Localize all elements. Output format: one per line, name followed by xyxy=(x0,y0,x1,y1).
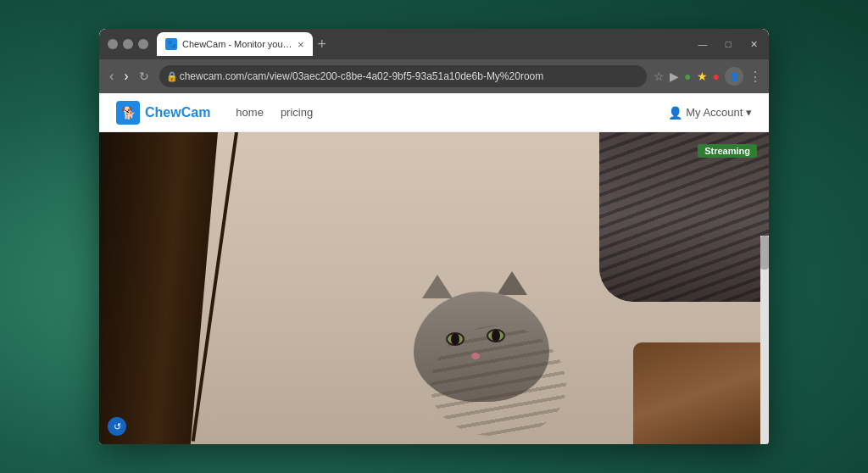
browser-window: 🐾 ChewCam - Monitor your p... × + — □ ✕ … xyxy=(99,29,769,444)
nav-home-link[interactable]: home xyxy=(236,106,264,119)
navigation-buttons: ‹ › ↻ xyxy=(106,67,153,86)
cat-eye-left xyxy=(446,332,465,346)
scrollbar-thumb[interactable] xyxy=(760,236,769,270)
wood-texture xyxy=(633,342,769,444)
title-bar: 🐾 ChewCam - Monitor your p... × + — □ ✕ xyxy=(99,29,769,59)
close-button[interactable] xyxy=(138,39,148,49)
browser-action-icons: ☆ ▶ ● ★ ● 👤 ⋮ xyxy=(654,67,762,86)
site-navigation: home pricing xyxy=(236,106,313,119)
win-maximize-icon[interactable]: □ xyxy=(721,39,735,50)
cat-body-upper xyxy=(599,132,769,302)
tab-favicon: 🐾 xyxy=(165,38,177,50)
nav-pricing-link[interactable]: pricing xyxy=(281,106,313,119)
extension-red-icon[interactable]: ● xyxy=(713,70,720,83)
tab-close-button[interactable]: × xyxy=(298,39,304,50)
active-tab[interactable]: 🐾 ChewCam - Monitor your p... × xyxy=(157,32,313,56)
cat-fur-stripes xyxy=(599,132,769,302)
bookmark-icon[interactable]: ☆ xyxy=(654,70,665,83)
back-button[interactable]: ‹ xyxy=(106,67,117,86)
win-minimize-icon[interactable]: — xyxy=(696,39,709,50)
logo-icon: 🐕 xyxy=(116,101,140,125)
tab-bar: 🐾 ChewCam - Monitor your p... × + xyxy=(157,29,696,59)
streaming-status-badge: Streaming xyxy=(698,144,757,158)
account-user-icon: 👤 xyxy=(668,106,682,120)
extension-star-icon[interactable]: ★ xyxy=(697,70,708,83)
cat-head xyxy=(414,292,549,402)
page-scrollbar[interactable] xyxy=(760,236,769,444)
tab-title: ChewCam - Monitor your p... xyxy=(182,39,292,49)
system-window-controls: — □ ✕ xyxy=(696,39,760,50)
url-input[interactable] xyxy=(159,65,647,87)
profile-avatar[interactable]: 👤 xyxy=(725,67,743,86)
win-close-icon[interactable]: ✕ xyxy=(747,39,760,50)
video-container: Streaming ↺ xyxy=(99,132,769,444)
forward-button[interactable]: › xyxy=(120,67,131,86)
minimize-button[interactable] xyxy=(108,39,118,49)
video-content: Streaming ↺ xyxy=(99,132,769,444)
maximize-button[interactable] xyxy=(123,39,133,49)
account-label: My Account ▾ xyxy=(686,106,752,119)
refresh-circle-button[interactable]: ↺ xyxy=(108,417,126,436)
address-bar: ‹ › ↻ 🔒 ☆ ▶ ● ★ ● 👤 ⋮ xyxy=(99,59,769,93)
new-tab-button[interactable]: + xyxy=(313,36,332,53)
ssl-lock-icon: 🔒 xyxy=(166,71,178,82)
extension-green-icon[interactable]: ● xyxy=(684,70,691,83)
header-account-area[interactable]: 👤 My Account ▾ xyxy=(668,106,752,120)
cat-eye-right xyxy=(487,329,505,342)
window-controls xyxy=(108,39,148,49)
cat-face xyxy=(397,258,583,427)
cat-nose xyxy=(471,353,480,359)
cat-scene: Streaming ↺ xyxy=(99,132,769,444)
refresh-button[interactable]: ↻ xyxy=(136,68,153,85)
url-wrapper: 🔒 xyxy=(159,65,647,87)
logo-area[interactable]: 🐕 ChewCam xyxy=(116,101,210,125)
logo-text: ChewCam xyxy=(145,105,210,120)
extension-play-icon[interactable]: ▶ xyxy=(670,70,679,83)
browser-menu-icon[interactable]: ⋮ xyxy=(748,69,762,85)
cat-ear-right xyxy=(497,271,527,295)
cat-ear-left xyxy=(422,275,453,298)
webpage-content: 🐕 ChewCam home pricing 👤 My Account ▾ xyxy=(99,93,769,444)
site-header: 🐕 ChewCam home pricing 👤 My Account ▾ xyxy=(99,93,769,132)
